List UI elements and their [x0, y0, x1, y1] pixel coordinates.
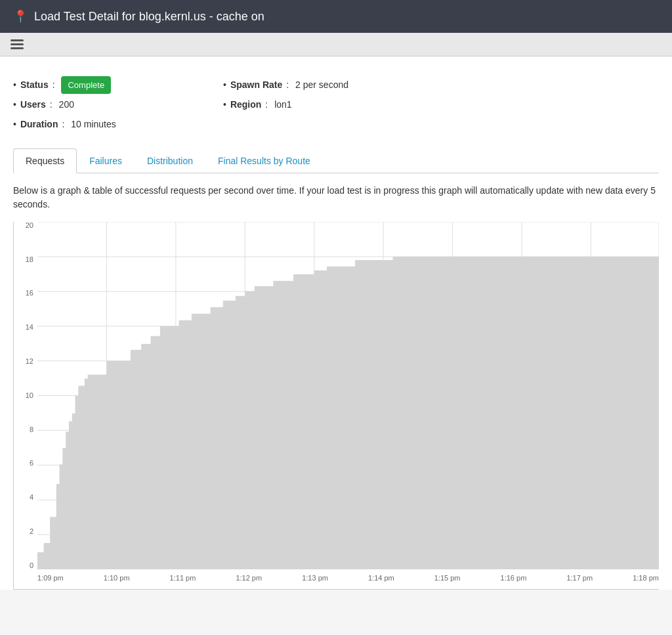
x-label-112: 1:12 pm: [236, 569, 262, 589]
region-label: Region: [230, 97, 261, 113]
chart-svg: [37, 222, 659, 569]
status-badge: Complete: [61, 76, 111, 94]
duration-value: 10 minutes: [71, 116, 116, 133]
toolbar: [0, 33, 672, 56]
y-label-6: 6: [14, 460, 37, 467]
y-label-20: 20: [14, 222, 37, 229]
spawn-rate-value: 2 per second: [295, 77, 348, 93]
tab-bar: Requests Failures Distribution Final Res…: [13, 148, 659, 173]
chart-description: Below is a graph & table of successful r…: [13, 184, 659, 211]
x-label-118: 1:18 pm: [633, 569, 659, 589]
y-label-0: 0: [14, 562, 37, 569]
chart-container: 0 2 4 6 8 10 12 14 16 18 20: [13, 222, 659, 590]
meta-info: Status: Complete Spawn Rate: 2 per secon…: [13, 70, 659, 143]
main-content: Status: Complete Spawn Rate: 2 per secon…: [0, 56, 672, 590]
y-label-4: 4: [14, 494, 37, 501]
y-label-8: 8: [14, 426, 37, 433]
x-label-110: 1:10 pm: [104, 569, 130, 589]
users-label: Users: [20, 97, 46, 113]
chart-section: Below is a graph & table of successful r…: [13, 173, 659, 590]
y-label-14: 14: [14, 324, 37, 331]
users-value: 200: [59, 97, 74, 113]
spawn-rate-label: Spawn Rate: [230, 77, 282, 93]
y-label-16: 16: [14, 290, 37, 297]
users-item: Users: 200: [13, 97, 197, 113]
page-title: Load Test Detail for blog.kernl.us - cac…: [34, 10, 264, 24]
x-label-116: 1:16 pm: [501, 569, 527, 589]
x-label-111: 1:11 pm: [170, 569, 196, 589]
y-label-10: 10: [14, 392, 37, 399]
x-label-117: 1:17 pm: [566, 569, 593, 589]
y-axis: 0 2 4 6 8 10 12 14 16 18 20: [14, 222, 37, 569]
x-label-114: 1:14 pm: [368, 569, 394, 589]
tab-distribution[interactable]: Distribution: [135, 148, 205, 173]
region-value: lon1: [274, 97, 291, 113]
duration-label: Duration: [20, 116, 58, 133]
chart-area: [37, 222, 659, 569]
y-label-2: 2: [14, 528, 37, 535]
x-label-115: 1:15 pm: [434, 569, 461, 589]
tab-failures[interactable]: Failures: [77, 148, 135, 173]
menu-button[interactable]: [10, 39, 662, 49]
status-label: Status: [20, 77, 49, 93]
tab-final-results[interactable]: Final Results by Route: [205, 148, 323, 173]
duration-item: Duration: 10 minutes: [13, 116, 197, 133]
region-item: Region: lon1: [223, 97, 407, 113]
y-label-12: 12: [14, 358, 37, 365]
status-item: Status: Complete: [13, 76, 197, 94]
tab-requests[interactable]: Requests: [13, 148, 77, 173]
spawn-rate-item: Spawn Rate: 2 per second: [223, 76, 407, 94]
meta-grid: Status: Complete Spawn Rate: 2 per secon…: [13, 76, 407, 133]
x-label-113: 1:13 pm: [302, 569, 328, 589]
y-label-18: 18: [14, 256, 37, 263]
svg-marker-20: [37, 257, 659, 569]
x-label-109: 1:09 pm: [37, 569, 64, 589]
app-icon: 📍: [13, 9, 28, 24]
x-axis: 1:09 pm 1:10 pm 1:11 pm 1:12 pm 1:13 pm …: [37, 569, 659, 589]
title-bar: 📍 Load Test Detail for blog.kernl.us - c…: [0, 0, 672, 33]
